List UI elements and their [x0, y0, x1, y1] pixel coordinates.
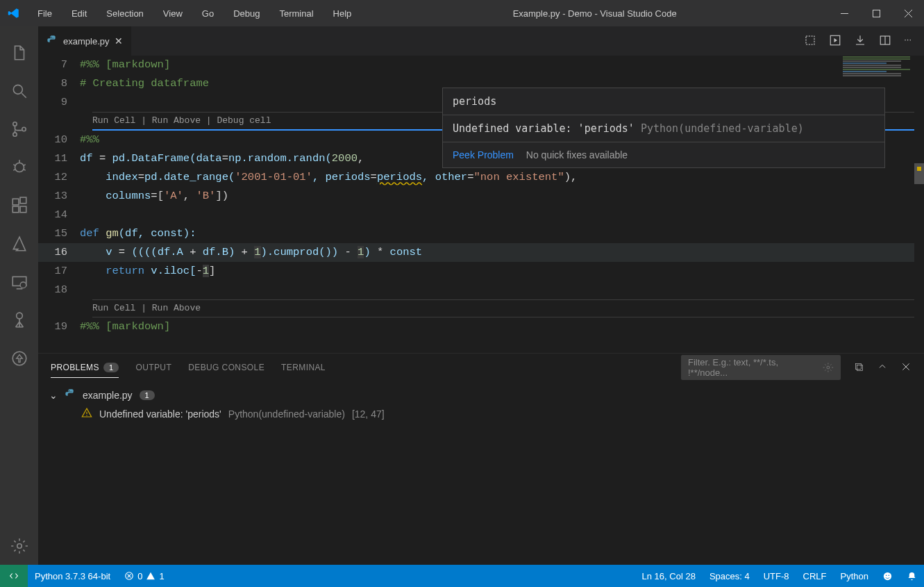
- extensions-icon[interactable]: [0, 186, 38, 224]
- svg-point-7: [12, 132, 16, 135]
- menu-help[interactable]: Help: [324, 8, 362, 19]
- remote-explorer-icon[interactable]: [0, 263, 38, 301]
- menu-file[interactable]: File: [28, 8, 62, 19]
- gutter-16: 16: [38, 243, 80, 262]
- title-bar: File Edit Selection View Go Debug Termin…: [0, 0, 924, 26]
- svg-line-5: [22, 93, 26, 98]
- gutter-11: 11: [38, 149, 80, 168]
- problem-message: Undefined variable: 'periods': [99, 408, 221, 420]
- tab-label: example.py: [63, 36, 109, 47]
- run-interactive-icon[interactable]: [804, 34, 816, 49]
- svg-point-35: [86, 415, 87, 415]
- problem-item[interactable]: Undefined variable: 'periods' Python(und…: [49, 404, 913, 423]
- gutter-10: 10: [38, 131, 80, 149]
- menu-selection[interactable]: Selection: [96, 8, 153, 19]
- menu-edit[interactable]: Edit: [62, 8, 96, 19]
- editor-tabs: example.py ✕ ···: [38, 26, 924, 56]
- settings-gear-icon[interactable]: [0, 527, 38, 565]
- svg-point-21: [20, 282, 26, 288]
- activity-bar: [0, 26, 38, 565]
- problems-list: ⌄ example.py 1 Undefined variable: 'peri…: [38, 381, 924, 565]
- file-problem-count: 1: [140, 390, 155, 400]
- svg-rect-1: [873, 10, 880, 17]
- tab-terminal[interactable]: TERMINAL: [281, 363, 326, 372]
- svg-point-23: [12, 352, 26, 365]
- svg-rect-0: [841, 13, 848, 14]
- svg-rect-15: [12, 199, 19, 205]
- gutter-18: 18: [38, 281, 80, 299]
- warning-icon: [81, 407, 92, 420]
- search-icon[interactable]: [0, 72, 38, 110]
- close-button[interactable]: [892, 0, 924, 26]
- panel-maximize-icon[interactable]: [877, 361, 888, 374]
- code-l7: #%% [markdown]: [80, 58, 170, 71]
- hover-title: periods: [443, 88, 884, 115]
- editor[interactable]: 7#%% [markdown] 8# Creating dataframe 9 …: [38, 56, 924, 353]
- run-file-icon[interactable]: [829, 34, 841, 49]
- status-feedback-icon[interactable]: [875, 571, 900, 581]
- source-control-icon[interactable]: [0, 110, 38, 148]
- azure-icon[interactable]: [0, 224, 38, 263]
- status-indentation[interactable]: Spaces: 4: [703, 571, 757, 581]
- filter-placeholder: Filter. E.g.: text, **/*.ts, !**/node...: [688, 357, 818, 378]
- svg-point-24: [17, 543, 22, 548]
- status-notifications-icon[interactable]: [900, 571, 924, 581]
- menu-debug[interactable]: Debug: [224, 8, 269, 19]
- status-language[interactable]: Python: [834, 571, 875, 581]
- menu-go[interactable]: Go: [192, 8, 224, 19]
- main-column: example.py ✕ ··· 7#%% [markdown] 8# Crea…: [38, 26, 924, 565]
- vscode-logo-icon: [0, 7, 28, 19]
- overview-warning-marker: [917, 167, 921, 171]
- window-title: Example.py - Demo - Visual Studio Code: [361, 8, 828, 19]
- status-cursor-position[interactable]: Ln 16, Col 28: [635, 571, 703, 581]
- window-controls: [828, 0, 924, 26]
- error-icon: [124, 571, 134, 581]
- remote-indicator[interactable]: [0, 565, 28, 587]
- status-errors-warnings[interactable]: 0 1: [117, 571, 171, 581]
- status-eol[interactable]: CRLF: [796, 571, 834, 581]
- codelens-cell2[interactable]: Run Cell | Run Above: [38, 300, 924, 317]
- svg-point-41: [889, 574, 890, 576]
- svg-point-4: [13, 85, 22, 94]
- menu-terminal[interactable]: Terminal: [269, 8, 323, 19]
- explorer-icon[interactable]: [0, 33, 38, 72]
- more-actions-icon[interactable]: ···: [904, 34, 912, 49]
- download-icon[interactable]: [854, 34, 866, 49]
- tab-close-icon[interactable]: ✕: [115, 35, 123, 47]
- collapse-all-icon[interactable]: [853, 361, 864, 374]
- svg-rect-25: [806, 36, 814, 44]
- peek-problem-link[interactable]: Peek Problem: [453, 149, 514, 160]
- status-encoding[interactable]: UTF-8: [757, 571, 796, 581]
- svg-point-39: [884, 572, 891, 579]
- panel-tabs: PROBLEMS1 OUTPUT DEBUG CONSOLE TERMINAL …: [38, 354, 924, 381]
- warning-icon: [146, 571, 156, 581]
- gutter-13: 13: [38, 187, 80, 206]
- gutter-19: 19: [38, 317, 80, 336]
- maximize-button[interactable]: [860, 0, 892, 26]
- panel-close-icon[interactable]: [900, 361, 912, 374]
- tab-debug-console[interactable]: DEBUG CONSOLE: [188, 363, 264, 372]
- python-file-icon: [65, 388, 76, 402]
- tab-example-py[interactable]: example.py ✕: [38, 26, 132, 56]
- menu-view[interactable]: View: [153, 8, 192, 19]
- minimize-button[interactable]: [828, 0, 860, 26]
- hover-tooltip: periods Undefined variable: 'periods' Py…: [442, 88, 885, 168]
- liveshare-icon[interactable]: [0, 339, 38, 377]
- status-python-interpreter[interactable]: Python 3.7.3 64-bit: [28, 571, 117, 581]
- tab-problems[interactable]: PROBLEMS1: [51, 363, 119, 378]
- split-editor-icon[interactable]: [879, 34, 891, 49]
- panel: PROBLEMS1 OUTPUT DEBUG CONSOLE TERMINAL …: [38, 353, 924, 565]
- test-icon[interactable]: [0, 301, 38, 339]
- svg-point-6: [12, 122, 16, 125]
- problem-file-row[interactable]: ⌄ example.py 1: [49, 386, 913, 404]
- problem-source: Python(undefined-variable): [228, 408, 345, 420]
- code-l8: # Creating dataframe: [80, 77, 209, 90]
- filter-settings-icon[interactable]: [823, 362, 834, 373]
- debug-icon[interactable]: [0, 148, 38, 186]
- problems-filter-input[interactable]: Filter. E.g.: text, **/*.ts, !**/node...: [681, 355, 841, 380]
- editor-scrollbar[interactable]: [914, 56, 924, 353]
- menu-bar: File Edit Selection View Go Debug Termin…: [28, 8, 361, 19]
- gutter-9: 9: [38, 93, 80, 112]
- status-bar: Python 3.7.3 64-bit 0 1 Ln 16, Col 28 Sp…: [0, 565, 924, 587]
- tab-output[interactable]: OUTPUT: [135, 363, 171, 372]
